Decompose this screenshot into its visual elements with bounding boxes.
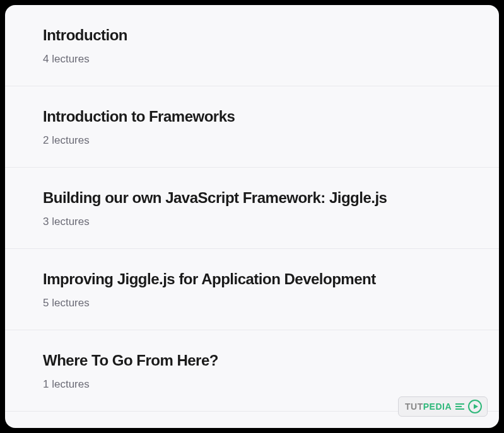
play-icon bbox=[468, 400, 482, 413]
course-section[interactable]: Building our own JavaScript Framework: J… bbox=[5, 168, 499, 249]
section-title: Improving Jiggle.js for Application Deve… bbox=[43, 270, 461, 288]
speed-lines-icon bbox=[455, 403, 464, 410]
section-lecture-count: 3 lectures bbox=[43, 216, 461, 228]
section-lecture-count: 2 lectures bbox=[43, 134, 461, 147]
course-section[interactable]: Introduction 4 lectures bbox=[5, 5, 499, 86]
section-lecture-count: 4 lectures bbox=[43, 53, 461, 66]
course-section[interactable]: Introduction to Frameworks 2 lectures bbox=[5, 86, 499, 168]
section-title: Introduction to Frameworks bbox=[43, 108, 461, 125]
section-title: Building our own JavaScript Framework: J… bbox=[43, 189, 461, 207]
section-lecture-count: 5 lectures bbox=[43, 297, 461, 309]
section-title: Where To Go From Here? bbox=[43, 352, 461, 369]
watermark-prefix: TUT bbox=[405, 401, 423, 412]
watermark-badge: TUTPEDIA bbox=[398, 396, 488, 417]
watermark-text: TUTPEDIA bbox=[405, 401, 452, 412]
watermark-suffix: PEDIA bbox=[423, 401, 452, 412]
course-sections-card: Introduction 4 lectures Introduction to … bbox=[5, 5, 499, 428]
section-title: Introduction bbox=[43, 26, 461, 44]
course-section[interactable]: Improving Jiggle.js for Application Deve… bbox=[5, 249, 499, 330]
section-lecture-count: 1 lectures bbox=[43, 378, 461, 391]
